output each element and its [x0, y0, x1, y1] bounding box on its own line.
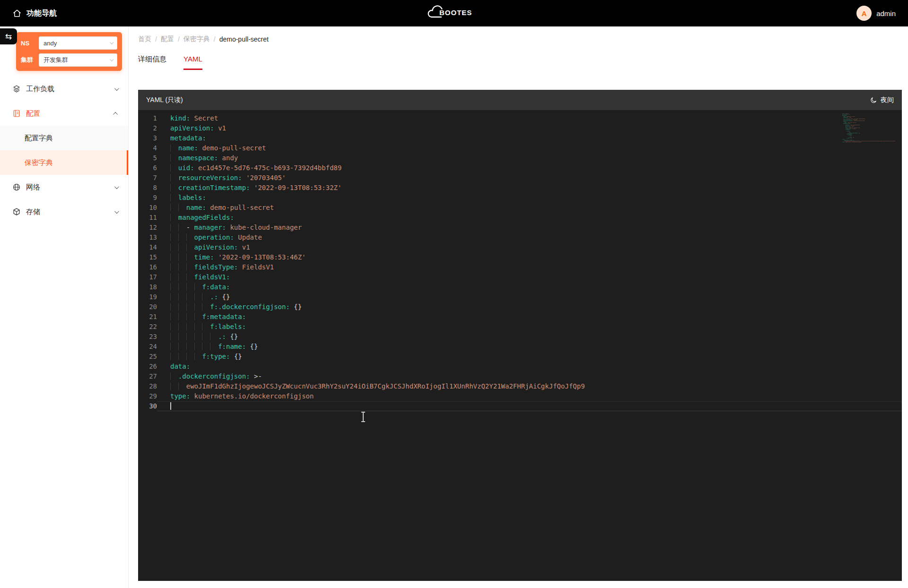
breadcrumb-item[interactable]: 保密字典 — [183, 35, 210, 43]
line-number[interactable]: 9 — [138, 193, 157, 203]
code-line-content[interactable]: resourceVersion: '20703405' — [157, 173, 902, 183]
code-line[interactable]: 16 fieldsType: FieldsV1 — [138, 262, 902, 272]
line-number[interactable]: 8 — [138, 183, 157, 193]
code-line-content[interactable]: data: — [157, 362, 902, 372]
code-line-content[interactable]: f:labels: — [157, 322, 902, 332]
line-number[interactable]: 22 — [138, 322, 157, 332]
code-line-content[interactable]: metadata: — [157, 133, 902, 143]
line-number[interactable]: 11 — [138, 213, 157, 223]
breadcrumb-item[interactable]: 配置 — [161, 35, 174, 43]
sidebar-item-config[interactable]: 配置 — [0, 101, 128, 126]
code-line-content[interactable]: f:type: {} — [157, 352, 902, 362]
code-line-content[interactable]: .: {} — [157, 292, 902, 302]
line-number[interactable]: 3 — [138, 133, 157, 143]
code-line[interactable]: 26data: — [138, 362, 902, 372]
code-line-content[interactable]: operation: Update — [157, 233, 902, 242]
code-line[interactable]: 23 .: {} — [138, 332, 902, 342]
line-number[interactable]: 27 — [138, 372, 157, 381]
namespace-select[interactable]: andy — [39, 36, 117, 50]
code-line[interactable]: 15 time: '2022-09-13T08:53:46Z' — [138, 252, 902, 262]
code-line-content[interactable]: f:metadata: — [157, 312, 902, 322]
line-number[interactable]: 18 — [138, 282, 157, 292]
code-line-content[interactable]: fieldsType: FieldsV1 — [157, 262, 902, 272]
line-number[interactable]: 26 — [138, 362, 157, 372]
code-line-content[interactable]: ewoJImF1dGhzIjogewoJCSJyZWcucnVuc3RhY2su… — [157, 381, 902, 391]
code-line-content[interactable]: apiVersion: v1 — [157, 123, 902, 133]
code-line[interactable]: 12 - manager: kube-cloud-manager — [138, 223, 902, 233]
code-line[interactable]: 1kind: Secret — [138, 113, 902, 123]
code-line-content[interactable]: namespace: andy — [157, 153, 902, 163]
code-line-content[interactable]: uid: ec1d457e-5d76-475c-b693-7392d4bbfd8… — [157, 163, 902, 173]
minimap[interactable]: kind: SecretapiVersion: v1metadata: name… — [842, 113, 895, 146]
sidebar-subitem-configmap[interactable]: 配置字典 — [0, 126, 128, 150]
line-number[interactable]: 24 — [138, 342, 157, 352]
line-number[interactable]: 20 — [138, 302, 157, 312]
line-number[interactable]: 10 — [138, 203, 157, 213]
sidebar-subitem-secret[interactable]: 保密字典 — [0, 150, 128, 175]
line-number[interactable]: 23 — [138, 332, 157, 342]
line-number[interactable]: 2 — [138, 123, 157, 133]
breadcrumb-item[interactable]: 首页 — [138, 35, 151, 43]
line-number[interactable]: 25 — [138, 352, 157, 362]
line-number[interactable]: 19 — [138, 292, 157, 302]
line-number[interactable]: 5 — [138, 153, 157, 163]
code-line-content[interactable]: f:name: {} — [157, 342, 902, 352]
code-line-content[interactable]: type: kubernetes.io/dockerconfigjson — [157, 391, 902, 401]
line-number[interactable]: 1 — [138, 113, 157, 123]
line-number[interactable]: 30 — [138, 401, 157, 411]
code-line[interactable]: 6 uid: ec1d457e-5d76-475c-b693-7392d4bbf… — [138, 163, 902, 173]
code-line-content[interactable]: labels: — [157, 193, 902, 203]
code-line[interactable]: 9 labels: — [138, 193, 902, 203]
code-line[interactable]: 24 f:name: {} — [138, 342, 902, 352]
code-line[interactable]: 28 ewoJImF1dGhzIjogewoJCSJyZWcucnVuc3RhY… — [138, 381, 902, 391]
cluster-select[interactable]: 开发集群 — [39, 53, 117, 67]
line-number[interactable]: 14 — [138, 242, 157, 252]
code-line-content[interactable]: fieldsV1: — [157, 272, 902, 282]
code-line-content[interactable]: .: {} — [157, 332, 902, 342]
code-line[interactable]: 2apiVersion: v1 — [138, 123, 902, 133]
code-line-content[interactable]: apiVersion: v1 — [157, 242, 902, 252]
tab-details[interactable]: 详细信息 — [138, 55, 166, 70]
line-number[interactable]: 12 — [138, 223, 157, 233]
tab-yaml[interactable]: YAML — [183, 55, 202, 70]
code-line[interactable]: 17 fieldsV1: — [138, 272, 902, 282]
line-number[interactable]: 28 — [138, 381, 157, 391]
sidebar-item-storage[interactable]: 存储 — [0, 199, 128, 224]
code-line[interactable]: 22 f:labels: — [138, 322, 902, 332]
code-line[interactable]: 13 operation: Update — [138, 233, 902, 242]
code-line[interactable]: 19 .: {} — [138, 292, 902, 302]
code-line-content[interactable]: time: '2022-09-13T08:53:46Z' — [157, 252, 902, 262]
code-line[interactable]: 3metadata: — [138, 133, 902, 143]
line-number[interactable]: 13 — [138, 233, 157, 242]
sidebar-collapse-button[interactable]: ⇆ — [0, 28, 17, 44]
code-line-content[interactable]: - manager: kube-cloud-manager — [157, 223, 902, 233]
line-number[interactable]: 4 — [138, 143, 157, 153]
code-line[interactable]: 29type: kubernetes.io/dockerconfigjson — [138, 391, 902, 401]
code-line-content[interactable]: .dockerconfigjson: >- — [157, 372, 902, 381]
sidebar-item-network[interactable]: 网络 — [0, 175, 128, 199]
line-number[interactable]: 21 — [138, 312, 157, 322]
code-line[interactable]: 20 f:.dockerconfigjson: {} — [138, 302, 902, 312]
code-line-content[interactable] — [157, 401, 902, 411]
code-line-content[interactable]: name: demo-pull-secret — [157, 203, 902, 213]
function-nav-button[interactable]: 功能导航 — [12, 9, 57, 18]
code-line[interactable]: 25 f:type: {} — [138, 352, 902, 362]
line-number[interactable]: 17 — [138, 272, 157, 282]
code-line[interactable]: 7 resourceVersion: '20703405' — [138, 173, 902, 183]
code-line-content[interactable]: creationTimestamp: '2022-09-13T08:53:32Z… — [157, 183, 902, 193]
code-line[interactable]: 8 creationTimestamp: '2022-09-13T08:53:3… — [138, 183, 902, 193]
line-number[interactable]: 16 — [138, 262, 157, 272]
code-line[interactable]: 30 — [138, 401, 902, 411]
code-line[interactable]: 5 namespace: andy — [138, 153, 902, 163]
code-line[interactable]: 10 name: demo-pull-secret — [138, 203, 902, 213]
line-number[interactable]: 6 — [138, 163, 157, 173]
code-line[interactable]: 27 .dockerconfigjson: >- — [138, 372, 902, 381]
code-line[interactable]: 4 name: demo-pull-secret — [138, 143, 902, 153]
code-line-content[interactable]: f:data: — [157, 282, 902, 292]
code-line-content[interactable]: kind: Secret — [157, 113, 902, 123]
code-line[interactable]: 14 apiVersion: v1 — [138, 242, 902, 252]
line-number[interactable]: 15 — [138, 252, 157, 262]
line-number[interactable]: 7 — [138, 173, 157, 183]
code-line[interactable]: 18 f:data: — [138, 282, 902, 292]
code-line[interactable]: 21 f:metadata: — [138, 312, 902, 322]
